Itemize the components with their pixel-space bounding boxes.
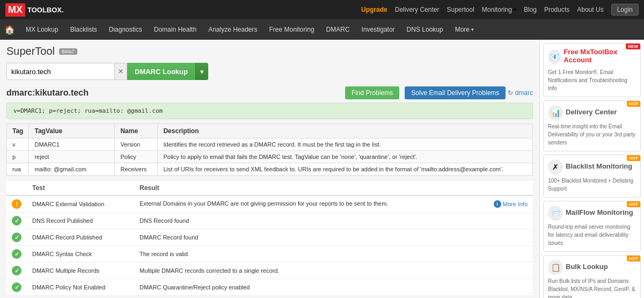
nav-more-label: More bbox=[455, 26, 470, 33]
sidebar-card-blacklist[interactable]: HOT ✗ Blacklist Monitoring 100+ Blacklis… bbox=[543, 155, 641, 198]
logo-toolbox: TOOLBOX. bbox=[27, 6, 64, 14]
sidebar-card-icon: ✗ bbox=[548, 159, 563, 175]
nav-investigator[interactable]: Investigator bbox=[356, 21, 400, 38]
result-test: DMARC Record Published bbox=[27, 229, 134, 246]
results-row: ✓ DMARC Policy Not Enabled DMARC Quarant… bbox=[6, 279, 533, 296]
sidebar-card-title: Free MxToolBox Account bbox=[564, 48, 636, 64]
refresh-dmarc-button[interactable]: ↻ dmarc bbox=[508, 89, 533, 97]
table-row: v DMARC1 Version Identifies the record r… bbox=[7, 139, 533, 151]
sidebar-card-title: Blacklist Monitoring bbox=[566, 162, 632, 170]
col-tagvalue: TagValue bbox=[29, 124, 115, 139]
results-row: ✓ DNS Record Published DNS Record found bbox=[6, 213, 533, 229]
results-col-icon bbox=[6, 181, 27, 195]
sidebar-badge: HOT bbox=[627, 256, 640, 261]
nav-blacklists[interactable]: Blacklists bbox=[65, 21, 103, 38]
results-row: ✓ DMARC Syntax Check The record is valid bbox=[6, 246, 533, 263]
about-link[interactable]: About Us bbox=[577, 6, 603, 13]
monitoring-label: Monitoring bbox=[482, 6, 512, 13]
sidebar-card-free-mxbox[interactable]: NEW 📧 Free MxToolBox Account Get 1 Free … bbox=[543, 43, 641, 97]
info-icon: i bbox=[494, 200, 501, 208]
sidebar-card-text: Round-trip email server monitoring for l… bbox=[548, 224, 630, 246]
results-col-test: Test bbox=[27, 181, 134, 195]
nav-free-monitoring[interactable]: Free Monitoring bbox=[264, 21, 320, 38]
cell-tag: p bbox=[7, 151, 29, 163]
sidebar-card-icon: 📋 bbox=[548, 260, 563, 275]
record-table: Tag TagValue Name Description v DMARC1 V… bbox=[6, 123, 533, 176]
result-icon-cell: ✓ bbox=[6, 279, 27, 296]
cell-tagvalue: mailto: @gmail.com bbox=[29, 163, 115, 176]
main-nav-items: MX Lookup Blacklists Diagnostics Domain … bbox=[20, 21, 479, 38]
nav-more-chevron-icon: ▾ bbox=[471, 27, 474, 32]
top-nav: MX TOOLBOX. Upgrade Delivery Center Supe… bbox=[0, 0, 644, 19]
sidebar-card-bulk[interactable]: HOT 📋 Bulk Lookup Run Bulk lists of IPs … bbox=[543, 255, 641, 298]
table-row: p reject Policy Policy to apply to email… bbox=[7, 151, 533, 163]
cell-description: Identifies the record retrieved as a DMA… bbox=[158, 139, 533, 151]
nav-diagnostics[interactable]: Diagnostics bbox=[104, 21, 148, 38]
result-value: DNS Record found bbox=[134, 213, 533, 229]
search-clear-button[interactable]: ✕ bbox=[114, 63, 127, 79]
result-value: DMARC Record found bbox=[134, 229, 533, 246]
results-table: Test Result ! DMARC External Validation … bbox=[6, 181, 533, 296]
cell-description: Policy to apply to email that fails the … bbox=[158, 151, 533, 163]
result-icon-cell: ✓ bbox=[6, 229, 27, 246]
find-problems-button[interactable]: Find Problems bbox=[345, 86, 399, 99]
sidebar-card-icon: 📧 bbox=[548, 49, 561, 64]
result-test: DMARC Syntax Check bbox=[27, 246, 134, 263]
nav-domain-health[interactable]: Domain Health bbox=[149, 21, 202, 38]
main-content: SuperTool Beta7 ✕ DMARC Lookup ▾ dmarc:k… bbox=[0, 40, 539, 298]
upgrade-link[interactable]: Upgrade bbox=[361, 6, 387, 13]
sidebar-card-icon: 📨 bbox=[548, 206, 563, 221]
result-status-icon: ✓ bbox=[12, 266, 21, 275]
home-icon[interactable]: 🏠 bbox=[4, 25, 15, 35]
nav-dns-lookup[interactable]: DNS Lookup bbox=[401, 21, 449, 38]
search-input[interactable] bbox=[7, 63, 114, 79]
cell-name: Receivers bbox=[115, 163, 158, 176]
sidebar-card-delivery[interactable]: HOT 📊 Delivery Center Real-time insight … bbox=[543, 100, 641, 151]
sidebar: NEW 📧 Free MxToolBox Account Get 1 Free … bbox=[539, 40, 644, 298]
sidebar-badge: HOT bbox=[627, 101, 640, 107]
monitoring-chevron-icon: ▾ bbox=[514, 7, 516, 12]
result-value: Multiple DMARC records corrected to a si… bbox=[134, 263, 533, 279]
cell-description: List of URIs for receivers to send XML f… bbox=[158, 163, 533, 176]
result-value: External Domains in your DMARC are not g… bbox=[134, 195, 533, 213]
monitoring-link[interactable]: Monitoring ▾ bbox=[482, 6, 516, 13]
login-button[interactable]: Login bbox=[611, 4, 639, 16]
result-status-icon: ✓ bbox=[12, 216, 21, 226]
dmarc-lookup-dropdown-button[interactable]: ▾ bbox=[195, 63, 208, 80]
dmarc-lookup-button[interactable]: DMARC Lookup bbox=[127, 63, 195, 80]
nav-analyze-headers[interactable]: Analyze Headers bbox=[203, 21, 262, 38]
result-status-icon: ! bbox=[12, 199, 21, 209]
blog-link[interactable]: Blog bbox=[524, 6, 537, 13]
products-link[interactable]: Products bbox=[544, 6, 569, 13]
dmarc-result-header: dmarc:kikutaro.tech Find Problems Solve … bbox=[6, 86, 533, 99]
search-input-wrap: ✕ bbox=[6, 63, 127, 80]
solve-delivery-button[interactable]: Solve Email Delivery Problems bbox=[405, 86, 506, 99]
logo-mx: MX bbox=[5, 3, 25, 17]
nav-mx-lookup[interactable]: MX Lookup bbox=[20, 21, 64, 38]
sidebar-card-icon: 📊 bbox=[548, 105, 563, 120]
result-test: DMARC External Validation bbox=[27, 195, 134, 213]
page-layout: SuperTool Beta7 ✕ DMARC Lookup ▾ dmarc:k… bbox=[0, 40, 644, 298]
raw-record-box: v=DMARC1; p=reject; rua=mailto: @gmail.c… bbox=[6, 103, 533, 119]
results-row: ✓ DMARC Record Published DMARC Record fo… bbox=[6, 229, 533, 246]
more-info-link[interactable]: i More Info bbox=[494, 200, 528, 208]
cell-tagvalue: reject bbox=[29, 151, 115, 163]
sidebar-card-mailflow[interactable]: HOT 📨 MailFlow Monitoring Round-trip ema… bbox=[543, 201, 641, 252]
logo: MX TOOLBOX. bbox=[5, 3, 64, 17]
supertool-link[interactable]: Supertool bbox=[447, 6, 474, 13]
delivery-center-link[interactable]: Delivery Center bbox=[395, 6, 440, 13]
supertool-title: SuperTool bbox=[6, 45, 55, 57]
result-icon-cell: ✓ bbox=[6, 246, 27, 263]
col-tag: Tag bbox=[7, 124, 29, 139]
top-nav-links: Upgrade Delivery Center Supertool Monito… bbox=[361, 4, 639, 16]
cell-name: Version bbox=[115, 139, 158, 151]
result-value: The record is valid bbox=[134, 246, 533, 263]
cell-tagvalue: DMARC1 bbox=[29, 139, 115, 151]
nav-more[interactable]: More ▾ bbox=[450, 21, 479, 38]
result-status-icon: ✓ bbox=[12, 282, 21, 292]
result-value: DMARC Quarantine/Reject policy enabled bbox=[134, 279, 533, 296]
result-test: DMARC Policy Not Enabled bbox=[27, 279, 134, 296]
cell-tag: rua bbox=[7, 163, 29, 176]
nav-dmarc[interactable]: DMARC bbox=[321, 21, 355, 38]
sidebar-card-text: Get 1 Free Monitor®. Email Notifications… bbox=[548, 69, 627, 91]
